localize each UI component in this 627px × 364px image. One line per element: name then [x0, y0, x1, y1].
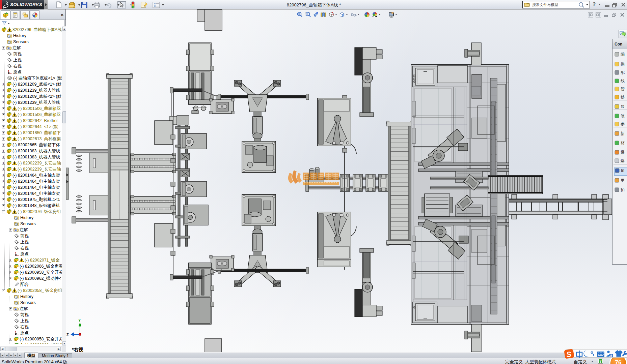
svg-text:25: 25: [609, 354, 612, 357]
svg-text:Y: Y: [78, 318, 81, 322]
svg-text:Z: Z: [66, 333, 69, 337]
